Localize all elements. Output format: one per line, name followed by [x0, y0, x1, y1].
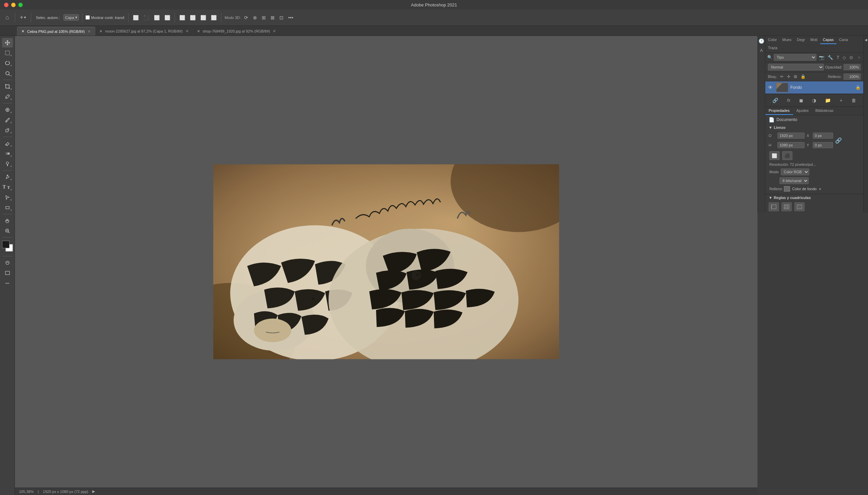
3d-scale-btn[interactable]: ⊡ — [278, 14, 285, 21]
gradient-btn[interactable] — [2, 149, 13, 158]
clone-btn[interactable] — [2, 125, 13, 135]
minimize-button[interactable] — [11, 3, 16, 7]
x-input[interactable] — [813, 133, 833, 139]
wh-link-icon[interactable]: 🔗 — [835, 137, 842, 144]
brush-btn[interactable] — [2, 115, 13, 125]
lock-artboard-icon[interactable]: ⊞ — [793, 73, 798, 80]
lasso-tool-btn[interactable] — [2, 58, 13, 68]
tab-capas[interactable]: Capas — [820, 36, 836, 44]
dist-v-btn[interactable]: ⬜ — [178, 14, 186, 21]
mask-btn[interactable]: ◼ — [797, 96, 805, 104]
relleno-swatch[interactable] — [784, 186, 790, 191]
panel-collapse-bar[interactable]: ◀ — [863, 36, 868, 212]
modo-select[interactable]: Color RGB — [781, 169, 809, 175]
eraser-btn[interactable] — [2, 139, 13, 148]
layer-item-fondo[interactable]: 👁 Fondo 🔒 — [765, 81, 863, 94]
tab-muestras[interactable]: Mues — [780, 36, 794, 44]
extra-btn[interactable]: ••• — [2, 278, 13, 288]
hand-btn[interactable] — [2, 216, 13, 225]
move-tool-indicator[interactable]: ✛ ▾ — [18, 14, 28, 21]
pen-btn[interactable] — [2, 172, 13, 182]
align-right-btn[interactable]: ⬜ — [153, 14, 161, 21]
relleno-arrow[interactable]: ▾ — [819, 187, 821, 191]
filter-smart-icon[interactable]: ⊙ — [848, 54, 854, 61]
3d-pan-btn[interactable]: ⊞ — [260, 14, 267, 21]
tab-bibliotecas[interactable]: Bibliotecas — [812, 107, 837, 115]
transform-checkbox-label[interactable]: Mostrar contr. transf. — [85, 15, 125, 20]
fx-btn[interactable]: fx — [785, 97, 792, 104]
tipo-select[interactable]: Tipo — [774, 54, 816, 61]
tab-shop[interactable]: ✕ shop-768499_1920.jpg al 92% (RGB/8#) ✕ — [193, 27, 280, 36]
opacity-input[interactable] — [844, 64, 861, 70]
transform-checkbox[interactable] — [85, 15, 90, 20]
style-icon[interactable]: A — [758, 47, 765, 54]
close-button[interactable] — [4, 3, 8, 7]
path-select-btn[interactable] — [2, 192, 13, 202]
dist-e-btn[interactable]: ⬜ — [199, 14, 207, 21]
tab-moon-close[interactable]: ✕ — [186, 29, 189, 34]
canvas-section-header[interactable]: ▼ Lienzo — [765, 124, 863, 131]
grid-section-header[interactable]: ▼ Reglas y cuadrículas — [765, 194, 863, 201]
move-tool-btn[interactable] — [2, 38, 13, 48]
group-btn[interactable]: 📁 — [823, 96, 833, 104]
grid-icon-btn[interactable] — [782, 202, 792, 211]
quick-select-btn[interactable] — [2, 68, 13, 78]
tab-motivo[interactable]: Moti — [807, 36, 820, 44]
screen-mode-btn[interactable] — [2, 268, 13, 278]
dist-f-btn[interactable]: ⬜ — [209, 14, 218, 21]
window-controls[interactable] — [4, 3, 23, 7]
tab-shop-close[interactable]: ✕ — [273, 29, 276, 34]
zoom-btn[interactable] — [2, 226, 13, 236]
align-left-btn[interactable]: ⬜ — [132, 14, 140, 21]
quick-mask-btn[interactable] — [2, 258, 13, 268]
canvas-area[interactable] — [15, 36, 758, 488]
eyedropper-btn[interactable] — [2, 92, 13, 101]
more-btn[interactable]: ••• — [287, 14, 295, 21]
canvas-portrait-btn[interactable]: ⬜ — [769, 151, 780, 160]
visibility-icon[interactable]: 👁 — [768, 85, 774, 90]
filter-shape-icon[interactable]: ◇ — [841, 54, 847, 61]
color-swatches[interactable] — [1, 241, 14, 253]
new-layer-btn[interactable]: + — [837, 96, 844, 104]
align-top-btn[interactable]: ⬜ — [163, 14, 172, 21]
tab-trazados[interactable]: Traza — [765, 44, 780, 52]
3d-orbit-btn[interactable]: ⊕ — [252, 14, 258, 21]
filter-type-icon[interactable]: T — [835, 54, 840, 61]
lock-position-icon[interactable]: ✛ — [786, 73, 791, 80]
history-icon[interactable]: 🕐 — [758, 37, 765, 45]
tab-canales[interactable]: Cana — [836, 36, 851, 44]
shape-btn[interactable] — [2, 203, 13, 212]
link-layers-btn[interactable]: 🔗 — [770, 96, 780, 104]
type-btn[interactable]: T T — [2, 183, 13, 192]
maximize-button[interactable] — [18, 3, 23, 7]
home-button[interactable]: ⌂ — [3, 13, 12, 22]
foreground-color[interactable] — [2, 241, 10, 248]
filter-toggle[interactable]: ○ — [857, 55, 861, 60]
filter-pixel-icon[interactable]: 📷 — [818, 54, 825, 61]
tab-zebra-close[interactable]: ✕ — [87, 29, 91, 34]
delete-layer-btn[interactable]: 🗑 — [849, 96, 858, 104]
dist-h-btn[interactable]: ⬜ — [188, 14, 197, 21]
blend-mode-select[interactable]: Normal — [768, 64, 824, 70]
tab-degradado[interactable]: Degr — [794, 36, 807, 44]
filter-adjust-icon[interactable]: 🔧 — [827, 54, 834, 61]
3d-rotate-btn[interactable]: ⟳ — [243, 14, 250, 21]
tab-propiedades[interactable]: Propiedades — [765, 107, 793, 115]
adjustment-btn[interactable]: ◑ — [810, 96, 818, 104]
height-input[interactable] — [778, 142, 805, 148]
dodge-btn[interactable] — [2, 159, 13, 169]
status-arrow[interactable]: ▶ — [92, 489, 95, 494]
marquee-tool-btn[interactable] — [2, 48, 13, 58]
bits-select[interactable]: 8 bits/canal — [780, 177, 809, 184]
align-center-btn[interactable]: ⬛ — [142, 14, 151, 21]
tab-ajustes[interactable]: Ajustes — [793, 107, 812, 115]
capa-dropdown[interactable]: Capa ▾ — [63, 14, 79, 21]
snap-icon-btn[interactable] — [795, 202, 805, 211]
crop-tool-btn[interactable] — [2, 82, 13, 91]
lock-all-icon[interactable]: 🔒 — [800, 73, 806, 80]
y-input[interactable] — [813, 142, 833, 148]
tab-moon[interactable]: ✕ moon-2285627.jpg al 87,2% (Capa 1, RGB… — [95, 27, 193, 36]
lock-pixels-icon[interactable]: ✏ — [780, 73, 784, 80]
rulers-icon-btn[interactable] — [769, 202, 779, 211]
width-input[interactable] — [778, 133, 805, 139]
